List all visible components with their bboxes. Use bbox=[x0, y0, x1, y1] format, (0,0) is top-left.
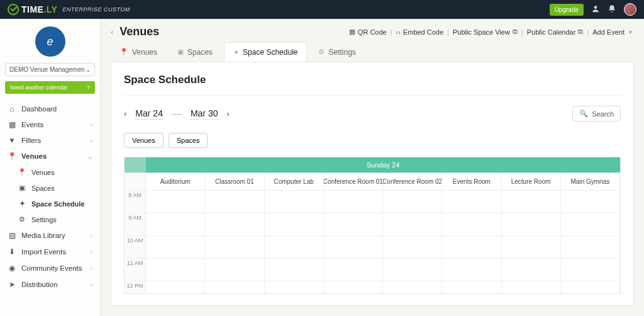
schedule-room-header: Auditorium Classroom 01 Computer Lab Con… bbox=[125, 172, 620, 190]
schedule-cell[interactable] bbox=[146, 281, 205, 293]
schedule-body[interactable]: 8 AM 9 AM 10 AM 11 AM bbox=[125, 190, 620, 293]
embed-code-link[interactable]: ‹›Embed Code bbox=[396, 28, 444, 36]
sidebar-subitem-space-schedule[interactable]: ✦Space Schedule bbox=[0, 196, 100, 212]
back-button[interactable]: ‹ bbox=[111, 27, 113, 37]
page-header: ‹ Venues ▩QR Code | ‹›Embed Code | Publi… bbox=[101, 19, 644, 42]
search-button[interactable]: 🔍 Search bbox=[572, 106, 621, 121]
room-header: Conference Room 02 bbox=[383, 173, 442, 190]
logo[interactable]: TIME.LY ENTERPRISE CUSTOM bbox=[8, 4, 130, 15]
calendar-icon: ▦ bbox=[8, 120, 16, 129]
schedule-cell[interactable] bbox=[265, 236, 324, 258]
schedule-cell[interactable] bbox=[442, 281, 501, 293]
external-icon: ⧉ bbox=[578, 28, 583, 36]
schedule-cell[interactable] bbox=[383, 236, 442, 258]
schedule-cell[interactable] bbox=[561, 191, 620, 213]
user-icon[interactable] bbox=[591, 4, 600, 15]
schedule-cell[interactable] bbox=[561, 236, 620, 258]
schedule-cell[interactable] bbox=[265, 281, 324, 293]
schedule-cell[interactable] bbox=[324, 259, 383, 281]
schedule-cell[interactable] bbox=[383, 191, 442, 213]
add-event-button[interactable]: Add Event ＋ bbox=[592, 27, 634, 37]
workspace-logo[interactable]: e bbox=[35, 26, 65, 57]
schedule-cell[interactable] bbox=[442, 191, 501, 213]
schedule-cell[interactable] bbox=[146, 191, 205, 213]
schedule-cell[interactable] bbox=[561, 213, 620, 235]
globe-icon: ◉ bbox=[8, 264, 16, 273]
schedule-cell[interactable] bbox=[442, 213, 501, 235]
schedule-cell[interactable] bbox=[383, 281, 442, 293]
schedule-cell[interactable] bbox=[324, 213, 383, 235]
upgrade-button[interactable]: Upgrade bbox=[550, 4, 584, 16]
schedule-cell[interactable] bbox=[324, 191, 383, 213]
schedule-grid: Sunday 24 Auditorium Classroom 01 Comput… bbox=[124, 157, 621, 294]
hour-row: 11 AM bbox=[125, 258, 620, 281]
qr-code-link[interactable]: ▩QR Code bbox=[349, 28, 387, 36]
schedule-cell[interactable] bbox=[502, 259, 561, 281]
schedule-cell[interactable] bbox=[561, 281, 620, 293]
schedule-cell[interactable] bbox=[561, 259, 620, 281]
schedule-cell[interactable] bbox=[502, 213, 561, 235]
schedule-cell[interactable] bbox=[383, 213, 442, 235]
sidebar-item-distribution[interactable]: ➤Distribution› bbox=[0, 276, 100, 293]
schedule-cell[interactable] bbox=[502, 236, 561, 258]
download-icon: ⬇ bbox=[8, 247, 16, 256]
sidebar-subitem-spaces[interactable]: ▣Spaces bbox=[0, 180, 100, 196]
sidebar-item-events[interactable]: ▦Events› bbox=[0, 116, 100, 133]
workspace-select[interactable]: DEMO Venue Managemen ⌄ bbox=[5, 63, 95, 76]
schedule-cell[interactable] bbox=[265, 191, 324, 213]
day-label: Sunday 24 bbox=[146, 157, 620, 172]
sidebar-item-import[interactable]: ⬇Import Events› bbox=[0, 244, 100, 260]
date-from[interactable]: Mar 24 bbox=[135, 108, 163, 120]
sidebar-subitem-settings[interactable]: ⚙Settings bbox=[0, 212, 100, 227]
sidebar-item-dashboard[interactable]: ⌂Dashboard bbox=[0, 101, 100, 116]
tab-spaces[interactable]: ▣Spaces bbox=[169, 42, 221, 62]
chevron-right-icon: › bbox=[91, 249, 92, 256]
tab-venues[interactable]: 📍Venues bbox=[111, 42, 166, 62]
schedule-cell[interactable] bbox=[383, 259, 442, 281]
schedule-cell[interactable] bbox=[324, 281, 383, 293]
avatar[interactable] bbox=[624, 3, 636, 16]
logo-check-icon bbox=[8, 4, 19, 15]
toggle-spaces[interactable]: Spaces bbox=[169, 133, 208, 148]
home-icon: ⌂ bbox=[8, 105, 16, 113]
sidebar-item-filters[interactable]: ▼Filters› bbox=[0, 133, 100, 148]
sidebar-subitem-venues[interactable]: 📍Venues bbox=[0, 164, 100, 180]
bell-icon[interactable] bbox=[608, 4, 616, 15]
schedule-cell[interactable] bbox=[265, 259, 324, 281]
time-col-head bbox=[125, 173, 146, 190]
panel: Space Schedule ‹ Mar 24 — Mar 30 › 🔍 Sea… bbox=[111, 62, 634, 306]
sidebar-item-media[interactable]: ▧Media Library› bbox=[0, 227, 100, 244]
public-calendar-link[interactable]: Public Calendar⧉ bbox=[527, 28, 584, 36]
schedule-cell[interactable] bbox=[205, 281, 264, 293]
schedule-cell[interactable] bbox=[502, 191, 561, 213]
sidebar-item-venues[interactable]: 📍Venues⌄ bbox=[0, 148, 100, 164]
toggle-venues[interactable]: Venues bbox=[124, 133, 164, 148]
next-week-button[interactable]: › bbox=[227, 109, 230, 118]
schedule-cell[interactable] bbox=[205, 259, 264, 281]
tab-settings[interactable]: ⚙Settings bbox=[309, 42, 364, 62]
schedule-cell[interactable] bbox=[265, 213, 324, 235]
schedule-cell[interactable] bbox=[146, 259, 205, 281]
schedule-cell[interactable] bbox=[442, 259, 501, 281]
date-dash: — bbox=[172, 108, 182, 120]
schedule-cell[interactable] bbox=[324, 236, 383, 258]
room-header: Lecture Room bbox=[502, 173, 561, 190]
tab-space-schedule[interactable]: ✦Space Schedule bbox=[224, 42, 307, 62]
prev-week-button[interactable]: ‹ bbox=[124, 109, 126, 118]
need-calendar-button[interactable]: Need another calendar ? bbox=[5, 81, 95, 94]
hour-row: 8 AM bbox=[125, 190, 620, 213]
schedule-cell[interactable] bbox=[146, 236, 205, 258]
schedule-cell[interactable] bbox=[146, 213, 205, 235]
sliders-icon: ⚙ bbox=[318, 48, 325, 56]
schedule-cell[interactable] bbox=[205, 191, 264, 213]
schedule-cell[interactable] bbox=[502, 281, 561, 293]
room-header: Events Room bbox=[442, 173, 501, 190]
sidebar-item-community[interactable]: ◉Community Events› bbox=[0, 260, 100, 276]
schedule-cell[interactable] bbox=[205, 236, 264, 258]
public-space-link[interactable]: Public Space View⧉ bbox=[453, 28, 518, 36]
room-header: Main Gymnas bbox=[561, 173, 620, 190]
date-to[interactable]: Mar 30 bbox=[191, 108, 218, 120]
schedule-cell[interactable] bbox=[442, 236, 501, 258]
hour-label: 12 PM bbox=[125, 281, 146, 293]
schedule-cell[interactable] bbox=[205, 213, 264, 235]
